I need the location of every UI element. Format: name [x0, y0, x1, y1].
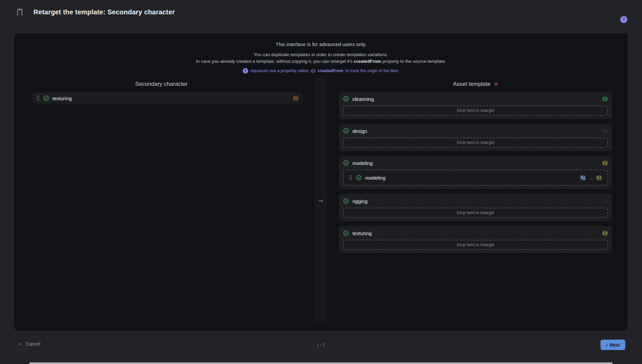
- source-template-column: Secondary character texturing: [20, 77, 303, 104]
- target-group-design: design Drop here to retarget: [339, 124, 612, 151]
- target-group-cleanning: cleanning Drop here to retarget: [339, 92, 612, 119]
- fingerprint-icon: [293, 96, 299, 101]
- group-header: design: [343, 127, 608, 135]
- intro-line-3-suffix: property to the source template.: [381, 59, 446, 64]
- fingerprint-disabled-icon: [580, 175, 586, 181]
- drag-handle-icon[interactable]: [349, 175, 352, 180]
- horizontal-scrollbar[interactable]: [29, 362, 613, 364]
- group-header: cleanning: [343, 95, 608, 103]
- target-group-modeling: modeling: [339, 156, 612, 189]
- drop-target-design[interactable]: Drop here to retarget: [343, 138, 608, 148]
- retarget-icon: [15, 8, 24, 16]
- check-circle-icon: [343, 128, 349, 134]
- check-circle-icon: [356, 175, 362, 181]
- check-circle-icon: [343, 198, 349, 204]
- intro-line-1: This interface is for advanced users onl…: [14, 41, 628, 47]
- check-circle-icon: [343, 160, 349, 166]
- fingerprint-icon: [602, 96, 608, 102]
- fingerprint-icon: [602, 198, 608, 204]
- asset-template-column: Asset template ✕ cleanning: [339, 77, 612, 258]
- group-label: rigging: [352, 198, 367, 204]
- group-label: texturing: [352, 230, 372, 236]
- task-label: texturing: [52, 96, 72, 101]
- asset-template-title-text: Asset template: [453, 81, 490, 87]
- source-template-title: Secondary character: [20, 81, 303, 87]
- drag-handle-icon[interactable]: [36, 96, 40, 101]
- retarget-mapping: →: [580, 175, 602, 181]
- tip-prefix: Aquarium use a property called: [250, 68, 308, 73]
- tip-suffix: to track the origin of the item.: [345, 68, 399, 73]
- created-from-keyword: createdFrom: [354, 59, 381, 64]
- mapping-arrow-icon: →: [588, 175, 594, 181]
- task-label: modeling: [365, 175, 386, 181]
- target-task-groups: cleanning Drop here to retarget: [339, 92, 612, 253]
- dialog-header: Retarget the template: Secondary charact…: [0, 0, 642, 24]
- check-circle-icon: [43, 95, 49, 101]
- fingerprint-icon: [602, 128, 608, 134]
- intro-line-3: In case you already created a template, …: [14, 59, 628, 64]
- group-label: modeling: [352, 160, 373, 166]
- target-group-texturing: texturing Drop here to retarget: [339, 226, 612, 253]
- drop-target-cleanning[interactable]: Drop here to retarget: [343, 106, 608, 116]
- tip-created-from: createdFrom: [318, 68, 343, 73]
- source-task-row-texturing[interactable]: texturing: [32, 93, 303, 104]
- fingerprint-icon: [311, 68, 316, 73]
- transfer-strip: →: [314, 77, 327, 322]
- fingerprint-icon: [602, 160, 608, 166]
- page-title: Retarget the template: Secondary charact…: [33, 8, 175, 16]
- fingerprint-icon: [596, 175, 602, 181]
- retargeted-task-row-modeling[interactable]: modeling →: [346, 172, 605, 183]
- group-header: modeling: [343, 159, 608, 167]
- next-label: Next: [610, 342, 620, 348]
- group-header: rigging: [343, 197, 608, 205]
- target-group-rigging: rigging Drop here to retarget: [339, 194, 612, 221]
- fingerprint-icon: [602, 230, 608, 236]
- next-button[interactable]: › Next: [601, 340, 625, 350]
- check-circle-icon: [343, 96, 349, 102]
- check-circle-icon: [343, 230, 349, 236]
- remove-target-button[interactable]: ✕: [494, 81, 498, 87]
- group-header: texturing: [343, 229, 608, 237]
- aquarium-tip: ? Aquarium use a property called created…: [14, 68, 628, 73]
- drop-target-rigging[interactable]: Drop here to retarget: [343, 208, 608, 218]
- group-label: design: [352, 128, 367, 134]
- tip-help-icon: ?: [243, 68, 248, 73]
- intro-text: This interface is for advanced users onl…: [14, 33, 628, 73]
- drop-target-modeling[interactable]: modeling →: [343, 170, 608, 186]
- retarget-panel: This interface is for advanced users onl…: [14, 33, 628, 331]
- step-indicator: 1 / 2: [0, 342, 642, 347]
- transfer-arrow-button[interactable]: →: [317, 196, 324, 203]
- drop-target-texturing[interactable]: Drop here to retarget: [343, 240, 608, 250]
- asset-template-title: Asset template ✕: [339, 81, 612, 87]
- group-label: cleanning: [352, 96, 374, 102]
- help-button[interactable]: ?: [620, 16, 627, 23]
- chevron-right-icon: ›: [606, 342, 608, 347]
- intro-line-3-prefix: In case you already created a template, …: [196, 59, 354, 64]
- intro-line-2: You can duplicate templates in order to …: [14, 52, 628, 57]
